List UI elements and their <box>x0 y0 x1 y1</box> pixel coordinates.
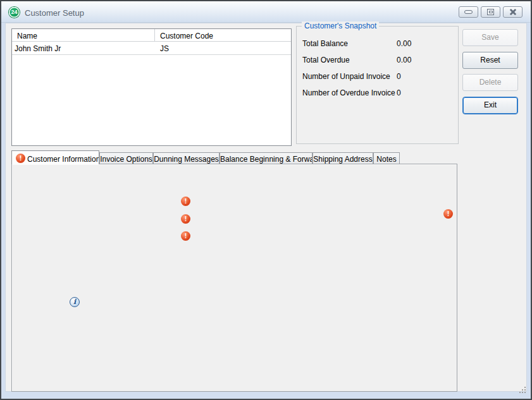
maximize-button[interactable] <box>481 6 500 18</box>
maximize-icon <box>487 9 494 15</box>
customer-code-error-icon: ! <box>181 197 190 206</box>
column-header-name[interactable]: Name <box>12 29 155 42</box>
tab-notes-label: Notes <box>376 155 396 164</box>
unpaid-invoice-count-value: 0 <box>397 72 401 81</box>
app-logo-icon: 24 <box>9 7 20 18</box>
customer-code-cell: JS <box>160 44 169 53</box>
tab-error-icon: ! <box>16 154 25 163</box>
window-title: Customer Setup <box>25 8 84 18</box>
close-button[interactable] <box>503 6 523 18</box>
total-overdue-label: Total Overdue <box>302 56 350 64</box>
first-name-error-icon: ! <box>181 231 190 241</box>
save-button[interactable]: Save <box>462 29 518 46</box>
customer-information-tab-panel <box>11 164 457 392</box>
tab-shipping-address-label: Shipping Address <box>313 155 372 164</box>
overdue-invoice-count-label: Number of Overdue Invoice <box>302 88 395 97</box>
overdue-invoice-count-value: 0 <box>397 88 401 97</box>
address1-info-icon: i <box>70 297 80 307</box>
total-balance-value: 0.00 <box>397 39 411 48</box>
total-overdue-value: 0.00 <box>397 56 411 64</box>
customer-list-row[interactable]: John Smith Jr JS <box>12 42 291 55</box>
tab-balance-beginning-forward[interactable]: Balance Beginning & Forward <box>220 152 312 164</box>
tab-notes[interactable]: Notes <box>373 152 400 164</box>
customer-snapshot-group: Customer's Snapshot Total Balance 0.00 T… <box>296 26 459 144</box>
tab-invoice-options[interactable]: Invoice Options <box>99 152 153 164</box>
snapshot-group-title: Customer's Snapshot <box>302 21 379 30</box>
tab-dunning-messages-label: Dunning Messages <box>154 155 219 164</box>
total-balance-label: Total Balance <box>302 39 348 48</box>
tab-balance-beginning-forward-label: Balance Beginning & Forward <box>220 155 312 164</box>
tab-customer-information-label: Customer Information <box>27 155 99 164</box>
customer-name-cell: John Smith Jr <box>15 44 61 53</box>
tab-shipping-address[interactable]: Shipping Address <box>312 152 373 164</box>
tab-dunning-messages[interactable]: Dunning Messages <box>153 152 220 164</box>
column-header-customer-code[interactable]: Customer Code <box>155 29 291 42</box>
tab-customer-information[interactable]: ! Customer Information <box>11 150 99 164</box>
business-name-error-icon: ! <box>181 214 190 224</box>
minimize-icon <box>464 10 473 14</box>
minimize-button[interactable] <box>459 6 478 18</box>
resize-grip[interactable] <box>519 387 526 394</box>
close-icon <box>504 7 522 17</box>
contact-error-icon: ! <box>443 209 453 219</box>
unpaid-invoice-count-label: Number of Unpaid Invoice <box>302 72 390 81</box>
tab-invoice-options-label: Invoice Options <box>100 155 152 164</box>
reset-button[interactable]: Reset <box>462 52 518 69</box>
exit-button[interactable]: Exit <box>462 97 518 114</box>
customer-setup-window: 24 Customer Setup Name Customer Code Joh… <box>0 0 532 400</box>
customer-list[interactable]: Name Customer Code John Smith Jr JS <box>11 28 292 146</box>
delete-button[interactable]: Delete <box>462 74 518 91</box>
titlebar[interactable]: 24 Customer Setup <box>1 1 531 23</box>
